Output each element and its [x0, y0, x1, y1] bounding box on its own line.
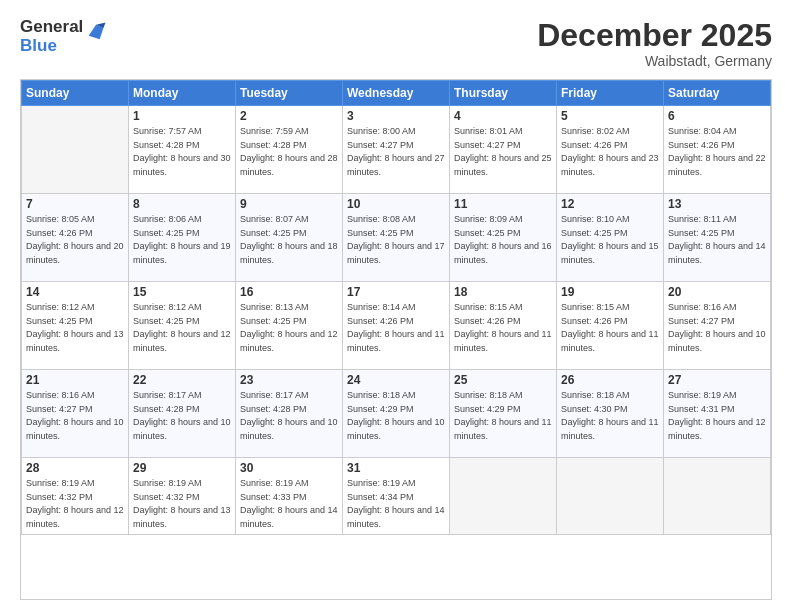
- header-cell-tuesday: Tuesday: [236, 81, 343, 106]
- calendar-cell: 1Sunrise: 7:57 AMSunset: 4:28 PMDaylight…: [129, 106, 236, 194]
- header-cell-thursday: Thursday: [450, 81, 557, 106]
- day-info: Sunrise: 7:59 AMSunset: 4:28 PMDaylight:…: [240, 125, 338, 179]
- calendar-cell: 30Sunrise: 8:19 AMSunset: 4:33 PMDayligh…: [236, 458, 343, 535]
- calendar-week-3: 14Sunrise: 8:12 AMSunset: 4:25 PMDayligh…: [22, 282, 771, 370]
- day-number: 15: [133, 285, 231, 299]
- day-number: 7: [26, 197, 124, 211]
- day-info: Sunrise: 8:13 AMSunset: 4:25 PMDaylight:…: [240, 301, 338, 355]
- day-number: 21: [26, 373, 124, 387]
- day-number: 30: [240, 461, 338, 475]
- calendar-cell: 26Sunrise: 8:18 AMSunset: 4:30 PMDayligh…: [557, 370, 664, 458]
- calendar-cell: 9Sunrise: 8:07 AMSunset: 4:25 PMDaylight…: [236, 194, 343, 282]
- day-info: Sunrise: 8:16 AMSunset: 4:27 PMDaylight:…: [26, 389, 124, 443]
- title-block: December 2025 Waibstadt, Germany: [537, 18, 772, 69]
- day-info: Sunrise: 8:12 AMSunset: 4:25 PMDaylight:…: [26, 301, 124, 355]
- day-info: Sunrise: 8:17 AMSunset: 4:28 PMDaylight:…: [240, 389, 338, 443]
- day-number: 27: [668, 373, 766, 387]
- day-info: Sunrise: 8:18 AMSunset: 4:29 PMDaylight:…: [454, 389, 552, 443]
- calendar-week-4: 21Sunrise: 8:16 AMSunset: 4:27 PMDayligh…: [22, 370, 771, 458]
- day-info: Sunrise: 8:18 AMSunset: 4:29 PMDaylight:…: [347, 389, 445, 443]
- header-cell-friday: Friday: [557, 81, 664, 106]
- day-info: Sunrise: 8:18 AMSunset: 4:30 PMDaylight:…: [561, 389, 659, 443]
- day-info: Sunrise: 7:57 AMSunset: 4:28 PMDaylight:…: [133, 125, 231, 179]
- day-number: 3: [347, 109, 445, 123]
- day-number: 19: [561, 285, 659, 299]
- day-info: Sunrise: 8:19 AMSunset: 4:31 PMDaylight:…: [668, 389, 766, 443]
- calendar-cell: 11Sunrise: 8:09 AMSunset: 4:25 PMDayligh…: [450, 194, 557, 282]
- calendar-cell: 22Sunrise: 8:17 AMSunset: 4:28 PMDayligh…: [129, 370, 236, 458]
- day-info: Sunrise: 8:15 AMSunset: 4:26 PMDaylight:…: [454, 301, 552, 355]
- logo: General Blue: [20, 18, 107, 55]
- day-number: 8: [133, 197, 231, 211]
- day-info: Sunrise: 8:10 AMSunset: 4:25 PMDaylight:…: [561, 213, 659, 267]
- day-number: 12: [561, 197, 659, 211]
- header: General Blue December 2025 Waibstadt, Ge…: [20, 18, 772, 69]
- calendar-cell: 25Sunrise: 8:18 AMSunset: 4:29 PMDayligh…: [450, 370, 557, 458]
- calendar-cell: 19Sunrise: 8:15 AMSunset: 4:26 PMDayligh…: [557, 282, 664, 370]
- calendar-cell: [22, 106, 129, 194]
- calendar-cell: 8Sunrise: 8:06 AMSunset: 4:25 PMDaylight…: [129, 194, 236, 282]
- day-number: 18: [454, 285, 552, 299]
- calendar-cell: [664, 458, 771, 535]
- day-number: 28: [26, 461, 124, 475]
- logo-blue: Blue: [20, 37, 83, 56]
- calendar-cell: 15Sunrise: 8:12 AMSunset: 4:25 PMDayligh…: [129, 282, 236, 370]
- calendar-cell: 5Sunrise: 8:02 AMSunset: 4:26 PMDaylight…: [557, 106, 664, 194]
- day-info: Sunrise: 8:19 AMSunset: 4:32 PMDaylight:…: [26, 477, 124, 531]
- calendar-cell: 23Sunrise: 8:17 AMSunset: 4:28 PMDayligh…: [236, 370, 343, 458]
- day-info: Sunrise: 8:19 AMSunset: 4:32 PMDaylight:…: [133, 477, 231, 531]
- calendar-cell: 2Sunrise: 7:59 AMSunset: 4:28 PMDaylight…: [236, 106, 343, 194]
- day-info: Sunrise: 8:09 AMSunset: 4:25 PMDaylight:…: [454, 213, 552, 267]
- day-info: Sunrise: 8:07 AMSunset: 4:25 PMDaylight:…: [240, 213, 338, 267]
- day-number: 29: [133, 461, 231, 475]
- calendar-cell: [557, 458, 664, 535]
- day-number: 22: [133, 373, 231, 387]
- day-number: 13: [668, 197, 766, 211]
- day-info: Sunrise: 8:19 AMSunset: 4:34 PMDaylight:…: [347, 477, 445, 531]
- day-info: Sunrise: 8:06 AMSunset: 4:25 PMDaylight:…: [133, 213, 231, 267]
- calendar-cell: 6Sunrise: 8:04 AMSunset: 4:26 PMDaylight…: [664, 106, 771, 194]
- calendar: SundayMondayTuesdayWednesdayThursdayFrid…: [20, 79, 772, 600]
- calendar-cell: 18Sunrise: 8:15 AMSunset: 4:26 PMDayligh…: [450, 282, 557, 370]
- day-number: 2: [240, 109, 338, 123]
- day-number: 24: [347, 373, 445, 387]
- day-info: Sunrise: 8:02 AMSunset: 4:26 PMDaylight:…: [561, 125, 659, 179]
- calendar-cell: 13Sunrise: 8:11 AMSunset: 4:25 PMDayligh…: [664, 194, 771, 282]
- logo-icon: [85, 21, 107, 43]
- day-number: 11: [454, 197, 552, 211]
- day-info: Sunrise: 8:01 AMSunset: 4:27 PMDaylight:…: [454, 125, 552, 179]
- calendar-week-5: 28Sunrise: 8:19 AMSunset: 4:32 PMDayligh…: [22, 458, 771, 535]
- calendar-cell: 27Sunrise: 8:19 AMSunset: 4:31 PMDayligh…: [664, 370, 771, 458]
- day-info: Sunrise: 8:17 AMSunset: 4:28 PMDaylight:…: [133, 389, 231, 443]
- day-number: 6: [668, 109, 766, 123]
- day-number: 4: [454, 109, 552, 123]
- calendar-cell: 31Sunrise: 8:19 AMSunset: 4:34 PMDayligh…: [343, 458, 450, 535]
- calendar-cell: 7Sunrise: 8:05 AMSunset: 4:26 PMDaylight…: [22, 194, 129, 282]
- day-number: 20: [668, 285, 766, 299]
- calendar-cell: 29Sunrise: 8:19 AMSunset: 4:32 PMDayligh…: [129, 458, 236, 535]
- day-number: 10: [347, 197, 445, 211]
- calendar-cell: 4Sunrise: 8:01 AMSunset: 4:27 PMDaylight…: [450, 106, 557, 194]
- day-number: 31: [347, 461, 445, 475]
- day-info: Sunrise: 8:14 AMSunset: 4:26 PMDaylight:…: [347, 301, 445, 355]
- calendar-cell: 10Sunrise: 8:08 AMSunset: 4:25 PMDayligh…: [343, 194, 450, 282]
- calendar-week-2: 7Sunrise: 8:05 AMSunset: 4:26 PMDaylight…: [22, 194, 771, 282]
- calendar-cell: 16Sunrise: 8:13 AMSunset: 4:25 PMDayligh…: [236, 282, 343, 370]
- day-number: 16: [240, 285, 338, 299]
- day-info: Sunrise: 8:12 AMSunset: 4:25 PMDaylight:…: [133, 301, 231, 355]
- calendar-cell: 28Sunrise: 8:19 AMSunset: 4:32 PMDayligh…: [22, 458, 129, 535]
- day-info: Sunrise: 8:15 AMSunset: 4:26 PMDaylight:…: [561, 301, 659, 355]
- day-number: 23: [240, 373, 338, 387]
- logo-general: General: [20, 18, 83, 37]
- day-info: Sunrise: 8:11 AMSunset: 4:25 PMDaylight:…: [668, 213, 766, 267]
- day-info: Sunrise: 8:00 AMSunset: 4:27 PMDaylight:…: [347, 125, 445, 179]
- day-number: 14: [26, 285, 124, 299]
- day-info: Sunrise: 8:05 AMSunset: 4:26 PMDaylight:…: [26, 213, 124, 267]
- day-info: Sunrise: 8:19 AMSunset: 4:33 PMDaylight:…: [240, 477, 338, 531]
- calendar-cell: 21Sunrise: 8:16 AMSunset: 4:27 PMDayligh…: [22, 370, 129, 458]
- header-cell-monday: Monday: [129, 81, 236, 106]
- location: Waibstadt, Germany: [537, 53, 772, 69]
- calendar-cell: 17Sunrise: 8:14 AMSunset: 4:26 PMDayligh…: [343, 282, 450, 370]
- calendar-cell: 20Sunrise: 8:16 AMSunset: 4:27 PMDayligh…: [664, 282, 771, 370]
- day-info: Sunrise: 8:04 AMSunset: 4:26 PMDaylight:…: [668, 125, 766, 179]
